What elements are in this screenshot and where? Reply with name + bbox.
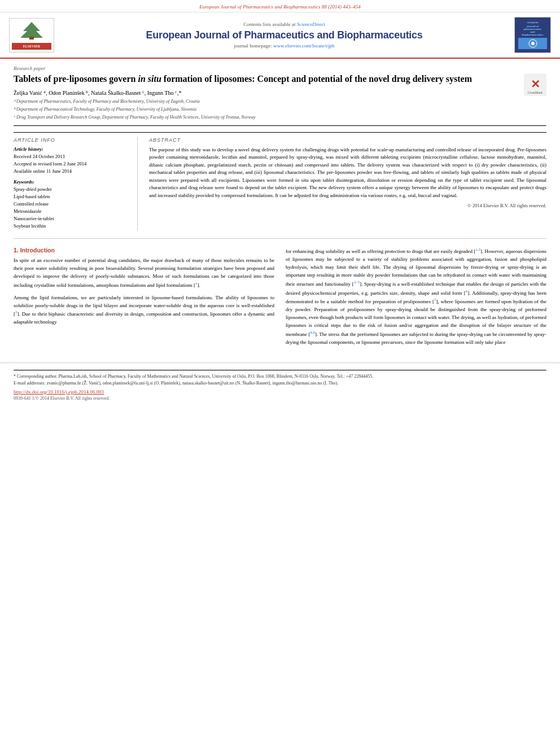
journal-title: European Journal of Pharmaceutics and Bi…: [60, 29, 509, 41]
elsevier-tree-icon: [15, 21, 49, 41]
cover-graphic-icon: [524, 38, 541, 49]
journal-header: ELSEVIER Contents lists available at Sci…: [0, 12, 560, 59]
footer-divider: [14, 370, 546, 371]
affiliation-b: ᵇ Department of Pharmaceutical Technolog…: [14, 106, 546, 113]
affiliation-a: ᵃ Department of Pharmaceutics, Faculty o…: [14, 98, 546, 105]
footnote-corresponding: * Corresponding author. Pharma.Lab.ish, …: [14, 373, 546, 380]
svg-rect-2: [29, 37, 34, 40]
elsevier-text: ELSEVIER: [23, 45, 40, 48]
crossmark-icon[interactable]: ✕ CrossMark: [524, 73, 546, 96]
issn-text: 0939-641 1/© 2014 Elsevier B.V. All righ…: [14, 396, 546, 401]
footer: * Corresponding author. Pharma.Lab.ish, …: [0, 362, 560, 405]
authors: Željka Vanić ᵃ, Odon Planinšek ᵇ, Nataša…: [14, 90, 546, 96]
divider-1: [14, 125, 546, 126]
intro-para-3: for enhancing drug solubility as well as…: [286, 247, 546, 347]
page: European Journal of Pharmaceutics and Bi…: [0, 0, 560, 747]
affiliation-c: ᶜ Drug Transport and Delivery Research G…: [14, 114, 546, 121]
email-addresses: zvanic@pharma.hr (Ž. Vanić), odon.planin…: [47, 381, 339, 386]
journal-citation: European Journal of Pharmaceutics and Bi…: [199, 4, 361, 10]
keyword-1: Spray-dried powder: [14, 186, 130, 193]
introduction-section: 1. Introduction In spite of an excessive…: [14, 247, 546, 351]
journal-homepage-link[interactable]: www.elsevier.com/locate/ejpb: [273, 43, 334, 49]
keyword-2: Lipid-based tablets: [14, 194, 130, 200]
intro-right-column: for enhancing drug solubility as well as…: [286, 247, 546, 351]
article-info-column: ARTICLE INFO Article history: Received 2…: [14, 137, 138, 230]
svg-text:✕: ✕: [531, 78, 540, 90]
journal-cover: european journal of pharmaceutics and bi…: [514, 17, 551, 53]
affiliations: ᵃ Department of Pharmaceutics, Faculty o…: [14, 98, 546, 121]
paper-title: Tablets of pre-liposomes govern in situ …: [14, 73, 546, 85]
section-label: Research paper: [14, 65, 546, 71]
doi-link[interactable]: http://dx.doi.org/10.1016/j.ejpb.2014.06…: [14, 389, 546, 395]
intro-para-1: In spite of an excessive number of poten…: [14, 257, 274, 290]
article-info-heading: ARTICLE INFO: [14, 137, 130, 143]
keyword-5: Nanocarrier-in-tablet: [14, 216, 130, 222]
abstract-column: ABSTRACT The purpose of this study was t…: [149, 137, 546, 230]
intro-para-2: Among the lipid formulations, we are par…: [14, 294, 274, 327]
keyword-4: Metronidazole: [14, 208, 130, 215]
keywords-label: Keywords:: [14, 179, 130, 185]
abstract-heading: ABSTRACT: [149, 137, 546, 143]
divider-2: [14, 238, 546, 239]
journal-homepage: journal homepage: www.elsevier.com/locat…: [60, 43, 509, 49]
journal-banner: European Journal of Pharmaceutics and Bi…: [0, 0, 560, 12]
elsevier-logo: ELSEVIER: [9, 18, 54, 53]
copyright: © 2014 Elsevier B.V. All rights reserved…: [149, 203, 546, 208]
sciencedirect-label: Contents lists available at ScienceDirec…: [60, 21, 509, 27]
received-date: Received 24 October 2013: [14, 154, 130, 160]
intro-heading: 1. Introduction: [14, 247, 274, 254]
body-content: Research paper ✕ CrossMark Tablets of pr…: [0, 59, 560, 358]
article-info-abstract: ARTICLE INFO Article history: Received 2…: [14, 132, 546, 230]
svg-point-4: [531, 42, 535, 45]
intro-left-column: 1. Introduction In spite of an excessive…: [14, 247, 274, 351]
keyword-3: Controlled release: [14, 201, 130, 208]
available-date: Available online 11 June 2014: [14, 168, 130, 175]
keyword-6: Soybean lecithin: [14, 223, 130, 230]
journal-title-area: Contents lists available at ScienceDirec…: [60, 21, 509, 49]
footnote-emails: E-mail addresses: zvanic@pharma.hr (Ž. V…: [14, 380, 546, 387]
svg-text:CrossMark: CrossMark: [528, 91, 543, 94]
abstract-text: The purpose of this study was to develop…: [149, 146, 546, 200]
revised-date: Accepted in revised form 2 June 2014: [14, 161, 130, 168]
title-area: ✕ CrossMark Tablets of pre-liposomes gov…: [14, 73, 546, 85]
sciencedirect-link[interactable]: ScienceDirect: [297, 21, 325, 27]
email-label: E-mail addresses:: [14, 381, 46, 386]
article-history-label: Article history:: [14, 146, 130, 152]
